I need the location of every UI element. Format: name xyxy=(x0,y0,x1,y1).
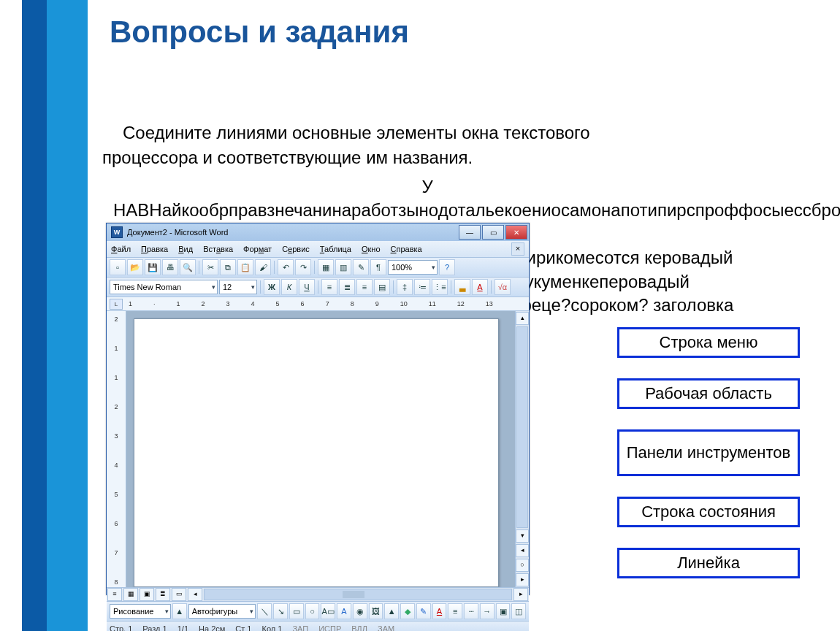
bold-icon[interactable]: Ж xyxy=(264,279,280,295)
highlight-icon[interactable]: ▃ xyxy=(454,279,470,295)
reading-view-icon[interactable]: ▭ xyxy=(172,588,186,601)
toolbar-separator xyxy=(199,261,199,274)
overlap-line-4: греце?сороком? заголовка xyxy=(508,294,741,317)
line-color-icon[interactable]: ✎ xyxy=(416,603,431,619)
word-titlebar[interactable]: W Документ2 - Microsoft Word — ▭ ✕ xyxy=(107,223,529,241)
print-layout-view-icon[interactable]: ▣ xyxy=(140,588,154,601)
copy-icon[interactable]: ⧉ xyxy=(220,259,236,275)
rectangle-icon[interactable]: ▭ xyxy=(289,603,304,619)
arrow-style-icon[interactable]: → xyxy=(480,603,495,619)
toolbar-separator xyxy=(393,280,394,294)
answer-work-area[interactable]: Рабочая область xyxy=(617,378,800,409)
menu-view[interactable]: Вид xyxy=(178,245,193,253)
maximize-button[interactable]: ▭ xyxy=(482,225,504,240)
align-center-icon[interactable]: ≣ xyxy=(339,279,355,295)
scroll-thumb[interactable] xyxy=(516,326,528,528)
toolbar-separator xyxy=(491,280,492,294)
clipart-icon[interactable]: 🖼 xyxy=(369,603,383,619)
answer-status-bar[interactable]: Строка состояния xyxy=(617,497,800,527)
hscroll-thumb[interactable] xyxy=(343,591,364,598)
word-window: W Документ2 - Microsoft Word — ▭ ✕ ФФайл… xyxy=(106,223,530,595)
font-color-icon[interactable]: A xyxy=(432,603,447,619)
equation-icon[interactable]: √α xyxy=(495,279,511,295)
font-color-icon[interactable]: A xyxy=(472,279,488,295)
font-size-combo[interactable]: 12 xyxy=(219,280,257,294)
select-objects-icon[interactable]: ▲ xyxy=(172,603,187,619)
menu-edit[interactable]: Правка xyxy=(141,245,168,253)
horizontal-scrollbar[interactable] xyxy=(204,589,512,600)
align-left-icon[interactable]: ≡ xyxy=(321,279,337,295)
columns-icon[interactable]: ▥ xyxy=(335,259,351,275)
scroll-right-icon[interactable]: ▸ xyxy=(513,588,528,601)
scroll-left-icon[interactable]: ◂ xyxy=(188,588,202,601)
doc-close-icon[interactable]: × xyxy=(511,242,524,256)
menu-window[interactable]: Окно xyxy=(362,245,381,253)
menu-tools[interactable]: Сервис xyxy=(282,245,310,253)
vertical-ruler[interactable]: 21 12 34 56 78 xyxy=(107,311,126,587)
horizontal-ruler[interactable]: L 1· 12 34 56 78 910 1112 13 xyxy=(107,297,529,311)
word-app-icon: W xyxy=(111,226,123,238)
tab-selector-icon[interactable]: L xyxy=(110,299,123,310)
instruction-line-2: процессора и соответствующие им названия… xyxy=(102,145,789,170)
close-button[interactable]: ✕ xyxy=(505,225,527,240)
fill-color-icon[interactable]: ◆ xyxy=(400,603,415,619)
document-page[interactable] xyxy=(134,318,499,587)
justify-icon[interactable]: ▤ xyxy=(374,279,390,295)
menu-help[interactable]: Справка xyxy=(391,245,422,253)
preview-icon[interactable]: 🔍 xyxy=(180,259,196,275)
menu-format[interactable]: Формат xyxy=(243,245,272,253)
redo-icon[interactable]: ↷ xyxy=(295,259,311,275)
vertical-scrollbar[interactable]: ▴ ▾ ◂ ○ ▸ xyxy=(515,311,529,587)
prev-page-icon[interactable]: ◂ xyxy=(516,544,529,557)
browse-object-icon[interactable]: ○ xyxy=(516,559,529,572)
answer-toolbars[interactable]: Панели инструментов xyxy=(617,429,800,476)
align-right-icon[interactable]: ≡ xyxy=(356,279,373,295)
document-area[interactable] xyxy=(126,311,515,587)
underline-icon[interactable]: Ч xyxy=(299,279,315,295)
shadow-icon[interactable]: ▣ xyxy=(496,603,511,619)
paragraph-marks-icon[interactable]: ¶ xyxy=(370,259,386,275)
print-icon[interactable]: 🖶 xyxy=(162,259,178,275)
drawing-icon[interactable]: ✎ xyxy=(353,259,369,275)
insert-table-icon[interactable]: ▦ xyxy=(318,259,334,275)
next-page-icon[interactable]: ▸ xyxy=(516,573,529,586)
minimize-button[interactable]: — xyxy=(459,225,481,240)
wordart-icon[interactable]: A xyxy=(337,603,351,619)
answer-ruler[interactable]: Линейка xyxy=(617,548,800,578)
diagram-icon[interactable]: ◉ xyxy=(353,603,367,619)
outline-view-icon[interactable]: ≣ xyxy=(156,588,170,601)
normal-view-icon[interactable]: ≡ xyxy=(107,588,122,601)
scroll-down-icon[interactable]: ▾ xyxy=(516,529,529,543)
help-icon[interactable]: ? xyxy=(439,259,455,275)
arrow-icon[interactable]: ↘ xyxy=(273,603,288,619)
zoom-combo[interactable]: 100% xyxy=(388,260,438,275)
cut-icon[interactable]: ✂ xyxy=(202,259,218,275)
scroll-up-icon[interactable]: ▴ xyxy=(516,312,529,325)
dash-style-icon[interactable]: ┄ xyxy=(464,603,478,619)
3d-icon[interactable]: ◫ xyxy=(511,603,526,619)
numbered-list-icon[interactable]: ≔ xyxy=(414,279,430,295)
font-combo[interactable]: Times New Roman xyxy=(110,280,218,294)
undo-icon[interactable]: ↶ xyxy=(278,259,294,275)
picture-icon[interactable]: ▲ xyxy=(384,603,399,619)
format-painter-icon[interactable]: 🖌 xyxy=(255,259,271,275)
oval-icon[interactable]: ○ xyxy=(305,603,320,619)
save-icon[interactable]: 💾 xyxy=(145,259,161,275)
line-icon[interactable]: ＼ xyxy=(257,603,272,619)
menu-table[interactable]: Таблица xyxy=(320,245,351,253)
open-icon[interactable]: 📂 xyxy=(127,259,143,275)
web-view-icon[interactable]: ▦ xyxy=(123,588,138,601)
textbox-icon[interactable]: A▭ xyxy=(321,603,335,619)
menu-file[interactable]: ФФайлайл xyxy=(111,245,131,253)
bullet-list-icon[interactable]: ⋮≡ xyxy=(432,279,448,295)
autoshapes-menu[interactable]: Автофигуры xyxy=(188,604,256,619)
answer-title-row[interactable]: Строка меню xyxy=(617,327,800,358)
line-spacing-icon[interactable]: ‡ xyxy=(397,279,413,295)
new-doc-icon[interactable]: ▫ xyxy=(110,259,126,275)
toolbar-separator xyxy=(318,280,318,294)
menu-insert[interactable]: Вставка xyxy=(203,245,233,253)
italic-icon[interactable]: К xyxy=(281,279,297,295)
line-style-icon[interactable]: ≡ xyxy=(448,603,462,619)
paste-icon[interactable]: 📋 xyxy=(237,259,253,275)
draw-menu[interactable]: Рисование xyxy=(110,604,171,619)
